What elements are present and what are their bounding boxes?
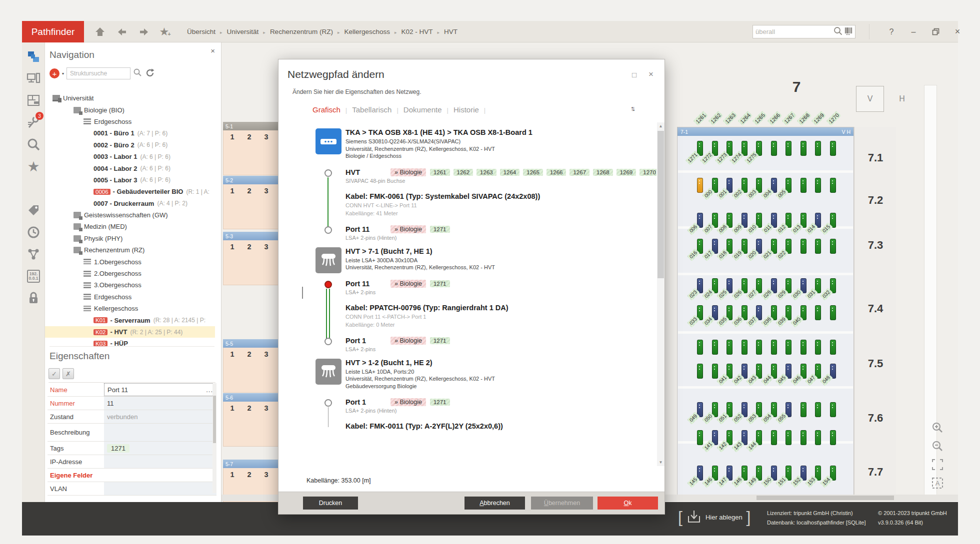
property-row[interactable]: Nummer 11 ... [48,397,216,410]
sidebar-structure-view[interactable] [22,45,45,67]
port-connector[interactable]: 050 [712,402,718,417]
port-marker-icon[interactable] [324,226,332,234]
port-connector[interactable] [830,402,836,417]
port-connector[interactable] [726,340,732,355]
tree-item[interactable]: 0003 - Labor 1 (A: 6 | P: 6) [45,151,215,162]
port-connector[interactable] [756,340,762,355]
port-connector[interactable]: 021 [771,239,777,254]
panel-header[interactable]: 5-6 [223,393,285,402]
port-connector[interactable]: 033 [697,305,703,320]
port-connector[interactable]: 151 [786,466,792,481]
port-connector[interactable]: 144 [756,430,762,445]
port-connector[interactable]: 004 [771,178,777,193]
port-marker-icon[interactable] [324,399,332,407]
port-connector[interactable] [830,430,836,445]
tree-item[interactable]: Kellergeschoss [45,303,215,314]
tree-item[interactable]: 0007 - Druckerraum (A: 4 | P: 2) [45,198,215,209]
port-connector[interactable]: 141 [712,430,718,445]
port-connector[interactable]: 1271 [697,141,703,156]
port-connector[interactable]: 1274 [742,141,748,156]
sidebar-favorites-view[interactable]: ★ [22,155,45,177]
sidebar-history-view[interactable] [22,221,45,243]
tree-item[interactable]: Erdgeschoss [45,291,215,303]
number-tag[interactable]: 1267 [570,169,590,176]
property-value[interactable]: verbunden ... [104,410,216,423]
sidebar-ip-view[interactable]: 192.0.0.1 [22,265,45,287]
port-connector[interactable]: 145 [697,466,703,481]
port-connector[interactable] [830,239,836,254]
ok-button[interactable]: Ok [598,497,658,510]
port-connector[interactable]: 025 [726,278,732,293]
port-connector[interactable]: 009 [742,213,748,228]
panel-header[interactable]: 5-3 [223,232,285,240]
port-connector[interactable] [712,364,718,379]
target-link-tag[interactable]: » Biologie [390,280,426,288]
port-connector[interactable]: 022 [786,239,792,254]
number-tag[interactable]: 1271 [430,399,450,406]
port-connector[interactable]: 017 [712,239,718,254]
number-tag[interactable]: 1270 [640,169,656,176]
panel-header[interactable]: 5-1 [223,122,285,130]
port-connector[interactable]: 007 [712,213,718,228]
port-connector[interactable]: 146 [712,466,718,481]
port-connector[interactable] [786,430,792,445]
port-connector[interactable]: 035 [726,305,732,320]
port-connector[interactable]: 006 [697,213,703,228]
tree-item[interactable]: Geisteswissenschaften (GW) [45,209,215,221]
number-tag[interactable]: 1271 [430,226,450,233]
property-row[interactable]: IP-Adresse ... [48,455,216,469]
port-connector[interactable]: 045 [786,364,792,379]
path-item[interactable]: HVT > 7-1 (Bucht 7, HE 1) Leiste LSA+ 30… [278,247,656,271]
port-connector[interactable] [800,239,806,254]
device-icon[interactable] [316,128,342,154]
dialog-maximize-icon[interactable]: □ [632,70,636,79]
port-connector[interactable]: 153 [815,466,821,481]
number-tag[interactable]: 1263 [476,169,496,176]
port-connector[interactable]: 032 [830,278,836,293]
port-connector[interactable] [830,141,836,156]
tree-item[interactable]: Rechenzentrum (RZ) [45,244,215,256]
port-connector[interactable]: 044 [771,364,777,379]
tree-item[interactable]: K02 - HVT (R: 2 | A: 25 | P: 44) [45,326,215,338]
port-connector[interactable]: 047 [815,364,821,379]
target-link-tag[interactable]: » Biologie [390,168,426,176]
port-connector[interactable]: 048 [830,364,836,379]
discard-button[interactable]: ✗ [62,368,74,379]
device-icon[interactable] [316,247,342,273]
property-value[interactable]: 11 ... [104,397,216,410]
port-connector[interactable]: 012 [786,213,792,228]
home-icon[interactable] [90,21,110,42]
sidebar-search-view[interactable] [22,133,45,155]
port-connector[interactable]: 005 [786,178,792,193]
port-marker-icon[interactable] [324,338,332,345]
structure-search-input[interactable]: Struktursuche [66,67,130,79]
add-node-button[interactable]: + [50,68,60,78]
port-connector[interactable]: 016 [697,239,703,254]
property-row[interactable]: Zustand verbunden ... [48,410,216,424]
tree-item[interactable]: 0005 - Labor 3 (A: 6 | P: 6) [45,174,215,186]
port-connector[interactable]: 1272 [712,141,718,156]
port-connector[interactable]: 037 [756,305,762,320]
port-connector[interactable] [815,340,821,355]
properties-scrollbar[interactable] [212,383,216,493]
port-connector[interactable] [742,340,748,355]
port-connector[interactable]: 147 [726,466,732,481]
port-connector[interactable]: 029 [786,278,792,293]
port-connector[interactable]: 011 [771,213,777,228]
port-connector[interactable] [697,364,703,379]
sidebar-tags-view[interactable] [22,199,45,221]
number-tag[interactable]: 1261 [430,169,450,176]
port-connector[interactable]: 031 [815,278,821,293]
port-connector[interactable]: 049 [697,402,703,417]
path-item[interactable]: Kabel: PPATCH-00796 (Typ: Rangierdraht 1… [278,304,656,328]
target-link-tag[interactable]: » Biologie [390,398,426,406]
port-connector[interactable] [800,430,806,445]
tree-item[interactable]: 0006 - Gebäudeverteiler BIO (R: 1 | A: [45,186,215,197]
sidebar-service-view[interactable]: 3 [22,111,45,133]
port-connector[interactable]: 143 [742,430,748,445]
port-connector[interactable]: 002 [742,178,748,193]
print-button[interactable]: Drucken [303,497,358,510]
structure-search-icon[interactable] [133,68,142,79]
tree-item[interactable]: 1.Obergeschoss [45,256,215,267]
number-tag[interactable]: 1262 [454,169,474,176]
